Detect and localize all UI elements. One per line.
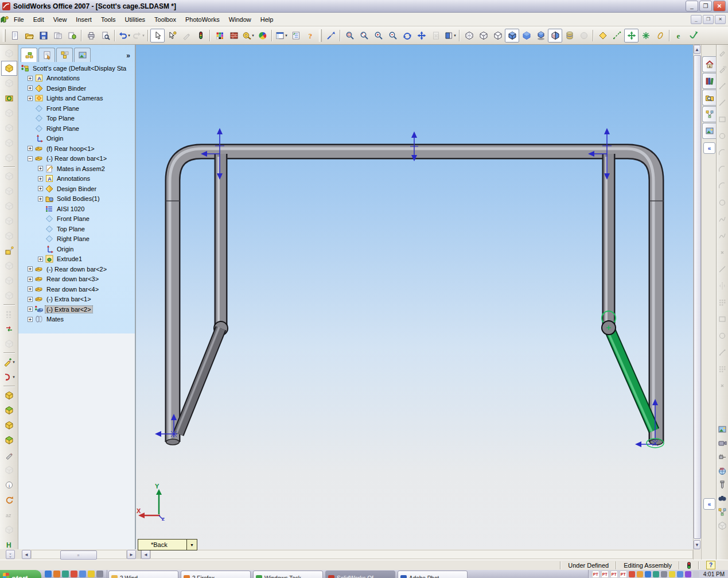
tray-icon[interactable]	[685, 571, 691, 577]
tool-gray-1-button[interactable]	[1, 463, 17, 478]
part-tool-1-button[interactable]	[1, 388, 17, 403]
close-button[interactable]: ✕	[713, 1, 726, 11]
mate-button[interactable]	[1, 76, 17, 91]
office-tool-cam-button[interactable]	[718, 439, 727, 448]
task-pane-tab-file-explorer[interactable]	[702, 90, 716, 106]
office-tool-schem-button[interactable]	[718, 507, 727, 517]
undo-button[interactable]: ▾	[117, 29, 131, 42]
part-tool-2-button[interactable]	[1, 403, 17, 418]
tree-row[interactable]: +(-) Extra bar<2>	[18, 304, 135, 315]
select-other-button[interactable]	[165, 29, 179, 42]
scroll-up-button[interactable]: ▲	[694, 45, 700, 54]
select-button[interactable]	[150, 29, 165, 42]
tree-row[interactable]: +Solid Bodies(1)	[18, 194, 135, 204]
rear-down-bar-right[interactable]	[606, 154, 609, 324]
child-minimize-button[interactable]: _	[691, 15, 702, 24]
quick-launch-icon[interactable]	[79, 571, 86, 577]
undo-dropdown-arrow[interactable]: ▾	[128, 33, 130, 38]
envelope-button[interactable]	[1, 336, 17, 351]
tray-language-icon[interactable]: PT	[592, 571, 599, 578]
sketch-tool-rect-button[interactable]	[718, 315, 727, 324]
info-tool-button[interactable]: i	[1, 478, 17, 492]
sketch-tool-line-button[interactable]	[718, 98, 727, 108]
scroll-thumb[interactable]: ≡	[60, 550, 98, 560]
menu-tools[interactable]: Tools	[96, 14, 120, 25]
task-pane-tab-custom-properties[interactable]	[702, 106, 716, 122]
assembly-feature-cut-button[interactable]	[1, 199, 17, 214]
tray-icon[interactable]	[645, 571, 651, 577]
quick-launch-icon[interactable]	[71, 571, 77, 577]
tray-icon[interactable]	[669, 571, 675, 577]
taskbar-button[interactable]: Adobe Phot...	[398, 571, 468, 578]
tree-row[interactable]: Origin	[18, 244, 135, 254]
tree-row[interactable]: Top Plane	[18, 224, 135, 234]
edrawings-button[interactable]: e	[672, 29, 686, 42]
graphics-viewport[interactable]: Y X Z *Back ▼ ◄	[136, 45, 693, 560]
measure-dropdown-arrow[interactable]: ▾	[252, 33, 254, 38]
tray-icon[interactable]	[637, 571, 643, 577]
scroll-thumb[interactable]	[694, 55, 701, 539]
tree-expand-toggle[interactable]: +	[28, 286, 33, 292]
tree-row[interactable]: +(f) Rear hoop<1>	[18, 143, 135, 154]
task-pane-tab-appearances[interactable]	[702, 123, 716, 139]
sketch-tool-dim-button[interactable]	[718, 348, 727, 358]
assembly-feature-chamfer-button[interactable]	[1, 228, 17, 243]
model-canvas[interactable]: Y X Z	[136, 45, 693, 549]
office-tool-plug-button[interactable]	[718, 452, 727, 462]
replace-components-button[interactable]	[1, 321, 17, 336]
assembly-feature-fillet-button[interactable]	[1, 214, 17, 228]
redo-button[interactable]: ▾	[131, 29, 146, 42]
scroll-splitter[interactable]	[136, 550, 141, 559]
shadows-in-shaded-mode-button[interactable]	[534, 29, 548, 42]
design-checker-button[interactable]	[289, 29, 303, 42]
menu-view[interactable]: View	[49, 14, 72, 25]
edit-part-button[interactable]	[1, 61, 17, 76]
exploded-view-button[interactable]	[639, 29, 653, 42]
hidden-lines-removed-button[interactable]	[490, 29, 505, 42]
sketch-tool-mirror-button[interactable]	[718, 281, 727, 291]
zoom-to-selection-button[interactable]	[386, 29, 400, 42]
tray-language-icon[interactable]: PT	[620, 571, 627, 578]
display-pane-chevron[interactable]: ⌄⌄	[6, 550, 15, 559]
tree-row[interactable]: +AAnnotations	[18, 73, 135, 84]
office-tool-bolt-button[interactable]	[718, 480, 727, 490]
explode-line-sketch-button[interactable]	[1, 150, 17, 165]
zoom-to-fit-button[interactable]	[342, 29, 357, 42]
child-restore-button[interactable]: ❐	[703, 15, 714, 24]
tree-row[interactable]: +(-) Extra bar<1>	[18, 294, 135, 305]
texture-button[interactable]	[227, 29, 241, 42]
sketch-tool-grid-button[interactable]	[718, 364, 727, 374]
sketch-tool-pencil-button[interactable]	[718, 48, 727, 58]
tray-language-icon[interactable]: PT	[610, 571, 618, 578]
new-document-button[interactable]	[7, 29, 22, 42]
task-pane-collapse-button[interactable]: «	[703, 142, 715, 154]
task-pane-tab-design-library[interactable]	[702, 73, 716, 89]
sketch-flyout-dropdown-arrow[interactable]: ▾	[13, 360, 15, 364]
scroll-left-button[interactable]: ◄	[141, 550, 150, 559]
insert-components-button[interactable]	[1, 46, 17, 61]
panel-hscrollbar[interactable]: ⌄⌄◄≡►	[0, 549, 136, 560]
shaded-button[interactable]	[519, 29, 534, 42]
panel-expand-chevron[interactable]: »	[126, 52, 134, 62]
part-tool-4-button[interactable]	[1, 433, 17, 448]
toolbar-handle[interactable]	[319, 29, 322, 42]
scroll-track[interactable]: ≡	[31, 550, 127, 559]
tree-expand-toggle[interactable]: +	[38, 166, 43, 171]
taskbar-button[interactable]: 2 Wind...	[108, 571, 178, 578]
office-tool-globe3d-button[interactable]: 3D	[718, 466, 727, 476]
tree-row[interactable]: +AAnnotations	[18, 174, 135, 184]
tray-icon[interactable]	[693, 571, 699, 577]
3d-drawing-view-button[interactable]: 3D	[429, 29, 443, 42]
wireframe-button[interactable]	[462, 29, 476, 42]
save-button[interactable]	[36, 29, 50, 42]
combo-dropdown-arrow[interactable]: ▼	[186, 540, 197, 550]
curvature-button[interactable]	[577, 29, 591, 42]
tree-expand-toggle[interactable]: +	[38, 257, 43, 262]
menu-file[interactable]: File	[9, 14, 29, 25]
tree-row[interactable]: Right Plane	[18, 234, 135, 245]
sketch-tool-circle-button[interactable]	[718, 198, 727, 208]
tree-expand-toggle[interactable]: +	[38, 196, 43, 201]
tree-expand-toggle[interactable]: +	[38, 176, 43, 181]
assembly-feature-belt-button[interactable]	[1, 273, 17, 288]
child-close-button[interactable]: ✕	[715, 15, 726, 24]
